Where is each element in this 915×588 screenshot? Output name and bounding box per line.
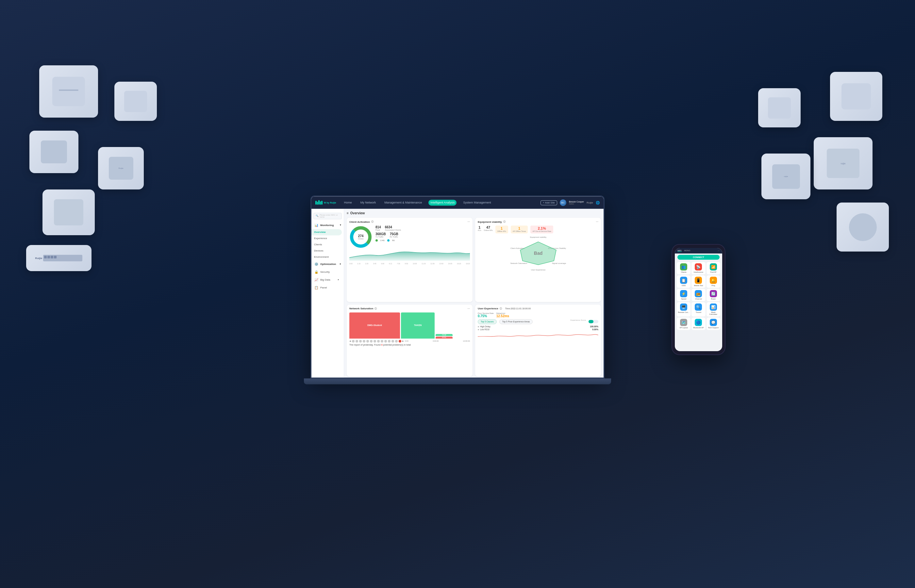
svg-rect-3 bbox=[320, 201, 321, 205]
phone-screen: WIFI MONO ··· CONNECT 👥 Clients 📡 Interf… bbox=[675, 248, 722, 351]
timeline: ◀ bbox=[349, 340, 470, 342]
svg-text:Bad: Bad bbox=[533, 250, 542, 256]
stat-ap-offline-times: 1 AP Offline Times bbox=[511, 225, 528, 233]
user-experience-title: User Experience ⓘ Time:2022-11-01 18:00:… bbox=[478, 307, 598, 310]
radar-svg: Equipment stability STK Access Stability… bbox=[506, 235, 571, 271]
phone-grid-ssid[interactable]: 📋 SSID bbox=[677, 275, 690, 288]
sidebar-item-monitoring[interactable]: 📊 Monitoring ▾ bbox=[311, 221, 344, 229]
phone-grid-speed[interactable]: ⚡ Speed bbox=[677, 289, 690, 301]
td1 bbox=[352, 340, 354, 342]
bg-device-r2: ruijie bbox=[814, 137, 873, 189]
org-name: Ruijie bbox=[587, 201, 593, 204]
phone-menu-icon[interactable]: ··· bbox=[718, 250, 719, 252]
navbar-right: + Add Site BC Bessie Cooper Admin Ruijie… bbox=[540, 199, 600, 206]
roam-icon: 🔄 bbox=[710, 290, 717, 297]
stat-tx: 368GB Tx Traffic bbox=[375, 232, 386, 238]
search-box[interactable]: 🔍 Please enter MAC or name bbox=[314, 213, 342, 219]
techsupport-icon: 💬 bbox=[710, 319, 717, 326]
phone-grid-bluetooth[interactable]: 🔵 Bluetooth AP bbox=[692, 318, 705, 330]
phone-grid-clients[interactable]: 👥 Clients bbox=[677, 262, 690, 275]
ue-line-chart bbox=[478, 331, 598, 340]
td7 bbox=[373, 340, 376, 342]
sidebar-item-environment[interactable]: Environment bbox=[311, 254, 342, 260]
top5-poor-areas-button[interactable]: Top 5 Poor-Experience Areas bbox=[500, 319, 533, 324]
phone-grid-findap[interactable]: 📶 Find AP bbox=[706, 262, 720, 275]
phone-grid-interference[interactable]: 📡 Interference bbox=[692, 262, 705, 275]
phone-grid-ping[interactable]: 🔔 Ping bbox=[706, 275, 720, 288]
td5 bbox=[366, 340, 369, 342]
maskcalc-icon: 📊 bbox=[710, 304, 717, 311]
phone-grid-mobile-test[interactable]: 📱 Mobile Test bbox=[692, 275, 705, 288]
donut-chart: 274 Online bbox=[349, 225, 372, 248]
sidebar-item-bigdata[interactable]: 📈 Big Data ▸ bbox=[311, 276, 342, 284]
client-activation-content: 274 Online 814 Peak bbox=[349, 225, 470, 248]
svg-rect-2 bbox=[318, 200, 320, 205]
phone-grid-channel[interactable]: 📻 Channel bbox=[692, 289, 705, 301]
user-experience-card: User Experience ⓘ Time:2022-11-01 18:00:… bbox=[475, 304, 601, 376]
nav-mgmt[interactable]: Management & Maintenance bbox=[382, 200, 424, 205]
tab-wifi[interactable]: WIFI bbox=[677, 250, 682, 252]
lang-icon[interactable]: 🌐 bbox=[596, 201, 600, 205]
experience-score-bar bbox=[588, 320, 598, 323]
tracert-icon: 🔍 bbox=[695, 304, 702, 311]
phone-frame: WIFI MONO ··· CONNECT 👥 Clients 📡 Interf… bbox=[671, 244, 726, 355]
time-labels: 0:001:152:203:455:066:117:308:5010:0511:… bbox=[349, 263, 470, 265]
mobiletest-icon: 📱 bbox=[695, 277, 702, 284]
delay: Delay(ms) 12.52ms bbox=[496, 312, 509, 318]
ue-buttons: Top 5 Causes Top 5 Poor-Experience Areas… bbox=[478, 319, 598, 324]
svg-rect-1 bbox=[317, 202, 318, 205]
dashboard: ≡ Overview Client Activation ⓘ ··· bbox=[344, 209, 604, 378]
sidebar-item-overview[interactable]: Overview bbox=[311, 229, 342, 235]
sidebar-item-security[interactable]: 🔒 Security bbox=[311, 268, 342, 276]
add-site-button[interactable]: + Add Site bbox=[540, 200, 557, 205]
nav-intelligent[interactable]: Intelligent Analysis bbox=[428, 200, 456, 205]
stat-associated: 6634 Associated Clients bbox=[385, 225, 401, 231]
phone-grid-aplayout[interactable]: 🗺️ AP Layout bbox=[677, 318, 690, 330]
findap-icon: 📶 bbox=[710, 263, 717, 270]
bg-device-mr1 bbox=[758, 88, 800, 128]
nav-mynetwork[interactable]: My Network bbox=[359, 200, 378, 205]
sidebar-item-clients[interactable]: Clients bbox=[311, 241, 342, 248]
nav-items: Home My Network Management & Maintenance… bbox=[342, 200, 535, 205]
laptop-base bbox=[304, 378, 611, 384]
clients-icon: 👥 bbox=[680, 263, 687, 270]
interference-icon: 📡 bbox=[695, 263, 702, 270]
tab-mono[interactable]: MONO bbox=[684, 250, 690, 252]
bar-fem: FEM bbox=[436, 334, 453, 336]
client-activation-title: Client Activation ⓘ ··· bbox=[349, 220, 470, 223]
phone-grid-mask-calc[interactable]: 📊 Mask Calculator bbox=[706, 302, 720, 317]
sidebar-item-optimization[interactable]: ⚙️ Optimization ▸ bbox=[311, 260, 344, 268]
bg-device-m2: Ruijie bbox=[98, 147, 144, 189]
top5-causes-button[interactable]: Top 5 Causes bbox=[478, 319, 497, 324]
phone-grid-techsupport[interactable]: 💬 Tech Support bbox=[706, 318, 720, 330]
remote-icon: 🖥️ bbox=[680, 304, 687, 311]
optimization-icon: ⚙️ bbox=[314, 262, 318, 266]
bg-device-2 bbox=[29, 131, 78, 173]
user-avatar: BC bbox=[560, 199, 566, 206]
connect-button[interactable]: CONNECT bbox=[677, 255, 719, 260]
ue-stats: Poor Service Rate 0.75% Delay(ms) 12.52m… bbox=[478, 312, 598, 318]
phone-container: WIFI MONO ··· CONNECT 👥 Clients 📡 Interf… bbox=[671, 244, 726, 355]
phone-tabs: WIFI MONO bbox=[677, 250, 690, 252]
td8 bbox=[377, 340, 380, 342]
phone-grid-roam[interactable]: 🔄 Roam bbox=[706, 289, 720, 301]
sidebar-item-experience[interactable]: Experience bbox=[311, 235, 342, 241]
client-activation-card: Client Activation ⓘ ··· bbox=[347, 218, 472, 302]
nav-home[interactable]: Home bbox=[342, 200, 354, 205]
channel-icon: 📻 bbox=[695, 290, 702, 297]
bar-group-right: FEM FPIK bbox=[436, 334, 453, 338]
phone-grid-tracert[interactable]: 🔍 Tracert bbox=[692, 302, 705, 317]
phone-grid: 👥 Clients 📡 Interference 📶 Find AP 📋 SSI… bbox=[675, 261, 722, 331]
sidebar-item-panel[interactable]: 📋 Panel bbox=[311, 284, 342, 291]
sidebar: 🔍 Please enter MAC or name 📊 Monitoring … bbox=[311, 209, 344, 378]
bg-device-1 bbox=[39, 65, 98, 118]
stat-outofservice: 2.1% AP Out-of-Service Rate bbox=[530, 225, 553, 233]
nav-system[interactable]: System Management bbox=[461, 200, 493, 205]
stat-peak: 814 Peak bbox=[375, 225, 381, 231]
svg-rect-0 bbox=[315, 200, 317, 205]
ssid-icon: 📋 bbox=[680, 277, 687, 284]
sidebar-item-devices[interactable]: Devices bbox=[311, 248, 342, 254]
phone-grid-remote[interactable]: 🖥️ Remote Con... bbox=[677, 302, 690, 317]
bg-device-m1 bbox=[115, 82, 157, 121]
network-saturation-card: Network Saturation ⓘ ··· DMG-Student TAK… bbox=[347, 304, 472, 376]
